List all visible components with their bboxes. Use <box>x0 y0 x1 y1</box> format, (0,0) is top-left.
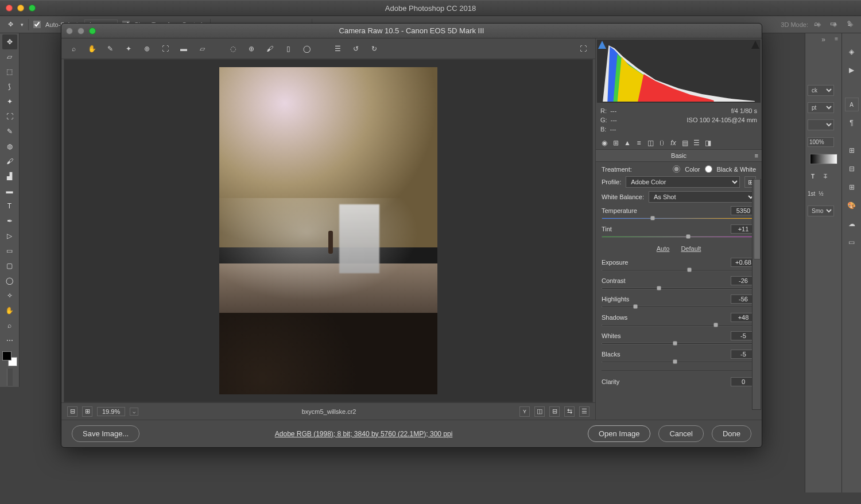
scrollbar-thumb[interactable] <box>754 179 761 259</box>
healing-tool[interactable]: ◍ <box>2 139 17 154</box>
tint-input[interactable] <box>731 224 756 234</box>
tab-detail[interactable]: ▲ <box>622 138 633 148</box>
workspace-icon[interactable]: ▭ <box>830 20 840 30</box>
open-image-button[interactable]: Open Image <box>588 425 651 442</box>
tab-lens[interactable]: ⟮⟯ <box>657 138 667 148</box>
character-panel-icon[interactable]: A <box>845 98 859 111</box>
cr-redeye-tool[interactable]: ⊕ <box>245 42 258 55</box>
cr-close[interactable] <box>66 28 73 34</box>
cr-radial-filter-tool[interactable]: ◯ <box>300 42 313 55</box>
glyphs-panel-icon[interactable]: ⊞ <box>845 144 859 157</box>
cr-fullscreen-icon[interactable]: ⛶ <box>577 42 589 55</box>
smooth-dropdown[interactable]: Smooth <box>808 206 834 216</box>
size-dropdown[interactable]: pt <box>808 102 834 113</box>
whites-input[interactable] <box>731 331 756 340</box>
cr-rotate-ccw[interactable]: ↺ <box>350 42 362 55</box>
histogram[interactable] <box>597 40 761 103</box>
foreground-color[interactable] <box>2 351 11 360</box>
zoom-level[interactable]: 19.9% <box>97 407 125 416</box>
treatment-color-radio[interactable] <box>673 165 680 173</box>
rounded-rect-tool[interactable]: ▢ <box>2 258 17 273</box>
blacks-input[interactable] <box>731 350 756 359</box>
cr-color-sampler-tool[interactable]: ✦ <box>122 42 135 55</box>
cr-brush-tool[interactable]: 🖌 <box>263 42 276 55</box>
layers-panel-icon[interactable]: ◈ <box>845 45 859 59</box>
crop-tool[interactable]: ⛶ <box>2 109 17 124</box>
cr-target-adjust-tool[interactable]: ⊕ <box>141 42 153 55</box>
edit-toolbar[interactable]: ⋯ <box>2 333 17 348</box>
hand-tool[interactable]: ✋ <box>2 303 17 318</box>
tab-calibration[interactable]: ▤ <box>680 138 690 148</box>
paragraph-panel-icon[interactable]: ¶ <box>845 116 859 130</box>
styles-panel-icon[interactable]: ⊟ <box>845 162 859 176</box>
close-window[interactable] <box>6 5 13 11</box>
eyedropper-tool[interactable]: ✎ <box>2 124 17 139</box>
before-after-split-v[interactable]: ◫ <box>534 406 545 417</box>
cr-hand-tool[interactable]: ✋ <box>86 42 98 55</box>
libraries-panel-icon[interactable]: ☁ <box>845 217 859 231</box>
tab-effects[interactable]: fx <box>668 138 678 148</box>
tracking-dropdown[interactable] <box>808 119 834 130</box>
temperature-input[interactable] <box>731 206 756 215</box>
brush-tool[interactable]: 🖌 <box>2 154 17 169</box>
zoom-in-button[interactable]: ⊞ <box>82 406 92 417</box>
shadows-input[interactable] <box>731 313 756 322</box>
auto-select-checkbox[interactable] <box>33 21 41 28</box>
path-select-tool[interactable]: ▷ <box>2 228 17 243</box>
treatment-bw-radio[interactable] <box>705 165 712 173</box>
lasso-tool[interactable]: ⟆ <box>2 79 17 94</box>
done-button[interactable]: Done <box>712 425 751 442</box>
workflow-options-link[interactable]: Adobe RGB (1998); 8 bit; 3840 by 5760 (2… <box>148 430 580 438</box>
ellipse-tool[interactable]: ◯ <box>2 273 17 288</box>
save-image-button[interactable]: Save Image... <box>72 425 139 442</box>
auto-link[interactable]: Auto <box>657 245 670 252</box>
zoom-out-button[interactable]: ⊟ <box>67 406 77 417</box>
move-tool[interactable]: ✥ <box>2 34 17 49</box>
artboard-tool[interactable]: ▱ <box>2 49 17 64</box>
cr-zoom[interactable] <box>89 28 96 34</box>
exposure-input[interactable] <box>731 258 756 267</box>
zoom-tool[interactable]: ⌕ <box>2 318 17 333</box>
properties-panel-icon[interactable]: ▭ <box>845 235 859 249</box>
maximize-window[interactable] <box>29 5 36 11</box>
cr-spot-tool[interactable]: ◌ <box>227 42 239 55</box>
panel-collapse-icon[interactable]: » <box>821 36 825 44</box>
before-after-swap[interactable]: ⇆ <box>564 406 575 417</box>
cr-straighten-tool[interactable]: ▬ <box>177 42 190 55</box>
cancel-button[interactable]: Cancel <box>658 425 703 442</box>
tab-presets[interactable]: ☰ <box>691 138 701 148</box>
cr-prefs-icon[interactable]: ☰ <box>331 42 344 55</box>
image-preview[interactable] <box>64 59 593 402</box>
zoom-dropdown[interactable]: ⌵ <box>130 408 138 416</box>
gradient-swatch[interactable] <box>810 154 837 164</box>
move-tool-dropdown[interactable]: ▾ <box>21 22 24 28</box>
panel-menu-icon[interactable]: ≡ <box>835 36 838 42</box>
search-icon[interactable]: ⌕ <box>814 20 824 30</box>
tab-hsl[interactable]: ≡ <box>634 138 644 148</box>
before-after-split-h[interactable]: ⊟ <box>549 406 560 417</box>
strikethrough-button[interactable]: T <box>820 171 831 181</box>
cr-rotate-cw[interactable]: ↻ <box>368 42 381 55</box>
custom-shape-tool[interactable]: ✧ <box>2 288 17 303</box>
rectangle-tool[interactable]: ▭ <box>2 243 17 258</box>
clarity-input[interactable] <box>731 377 756 386</box>
font-dropdown[interactable]: ck <box>808 85 834 96</box>
bold-button[interactable]: T <box>808 171 818 181</box>
opacity-input[interactable] <box>808 137 834 147</box>
panel-menu-icon[interactable]: ≡ <box>755 152 758 159</box>
cr-wb-tool[interactable]: ✎ <box>104 42 117 55</box>
cr-transform-tool[interactable]: ▱ <box>196 42 208 55</box>
contrast-input[interactable] <box>731 276 756 285</box>
clone-tool[interactable]: ▟ <box>2 169 17 184</box>
adjustments-menu-icon[interactable]: ☰ <box>579 406 589 417</box>
white-balance-dropdown[interactable]: As Shot <box>649 191 756 203</box>
minimize-window[interactable] <box>17 5 24 11</box>
type-tool[interactable]: T <box>2 199 17 214</box>
tab-basic[interactable]: ◉ <box>599 138 610 148</box>
quick-select-tool[interactable]: ✦ <box>2 94 17 109</box>
cr-zoom-tool[interactable]: ⌕ <box>67 42 80 55</box>
cr-minimize[interactable] <box>77 28 84 34</box>
marquee-tool[interactable]: ⬚ <box>2 64 17 79</box>
default-link[interactable]: Default <box>681 245 701 252</box>
cr-crop-tool[interactable]: ⛶ <box>159 42 172 55</box>
